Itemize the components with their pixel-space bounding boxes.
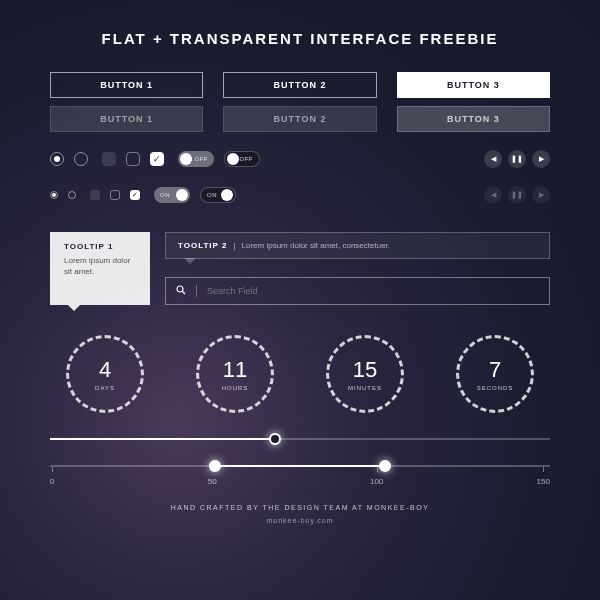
range-slider[interactable]: 0 50 100 150 bbox=[50, 465, 550, 486]
countdown-minutes: 15MINUTES bbox=[310, 335, 420, 413]
media-prev-dim-icon[interactable]: ◀ bbox=[484, 186, 502, 204]
range-thumb-high[interactable] bbox=[379, 460, 391, 472]
tooltip-dark-sep: | bbox=[233, 241, 235, 250]
button-row-secondary: BUTTON 1 BUTTON 2 BUTTON 3 bbox=[50, 106, 550, 132]
toggle-off-dark[interactable]: OFF bbox=[224, 151, 260, 167]
media-pause-dim-icon[interactable]: ❚❚ bbox=[508, 186, 526, 204]
tooltip-light-title: TOOLTIP 1 bbox=[64, 242, 136, 251]
button-2[interactable]: BUTTON 2 bbox=[223, 72, 376, 98]
checkbox-large-outlined[interactable] bbox=[126, 152, 140, 166]
checkbox-small-checked[interactable]: ✓ bbox=[130, 190, 140, 200]
range-thumb-low[interactable] bbox=[209, 460, 221, 472]
button-row-primary: BUTTON 1 BUTTON 2 BUTTON 3 bbox=[50, 72, 550, 98]
toggle-on-light[interactable]: ON bbox=[154, 187, 190, 203]
button-3[interactable]: BUTTON 3 bbox=[397, 72, 550, 98]
button-1[interactable]: BUTTON 1 bbox=[50, 72, 203, 98]
media-prev-icon[interactable]: ◀ bbox=[484, 150, 502, 168]
media-next-dim-icon[interactable]: ▶ bbox=[532, 186, 550, 204]
countdown: 4DAYS 11HOURS 15MINUTES 7SECONDS bbox=[50, 335, 550, 413]
checkbox-small-unchecked[interactable] bbox=[90, 190, 100, 200]
button-1-disabled[interactable]: BUTTON 1 bbox=[50, 106, 203, 132]
tooltip-dark: TOOLTIP 2 | Lorem ipsum dolor sit amet, … bbox=[165, 232, 550, 259]
media-next-icon[interactable]: ▶ bbox=[532, 150, 550, 168]
media-pause-icon[interactable]: ❚❚ bbox=[508, 150, 526, 168]
button-2-disabled[interactable]: BUTTON 2 bbox=[223, 106, 376, 132]
page-title: FLAT + TRANSPARENT INTERFACE FREEBIE bbox=[50, 30, 550, 47]
svg-point-0 bbox=[177, 286, 183, 292]
radio-large-checked[interactable] bbox=[50, 152, 64, 166]
countdown-days: 4DAYS bbox=[50, 335, 160, 413]
countdown-hours: 11HOURS bbox=[180, 335, 290, 413]
checkbox-large-checked[interactable]: ✓ bbox=[150, 152, 164, 166]
range-scale: 0 50 100 150 bbox=[50, 477, 550, 486]
controls-row-small: ✓ ON ON ◀ ❚❚ ▶ bbox=[50, 186, 550, 204]
tooltip-dark-body: Lorem ipsum dolor sit amet, consectetuer… bbox=[242, 241, 391, 250]
checkbox-large-unchecked[interactable] bbox=[102, 152, 116, 166]
search-divider bbox=[196, 285, 197, 297]
tooltip-light: TOOLTIP 1 Lorem ipsum dolor sit amet. bbox=[50, 232, 150, 305]
search-field[interactable] bbox=[165, 277, 550, 305]
footer-url: monkee-boy.com bbox=[50, 517, 550, 524]
toggle-off-light[interactable]: OFF bbox=[178, 151, 214, 167]
slider-thumb[interactable] bbox=[269, 433, 281, 445]
radio-small-unchecked[interactable] bbox=[68, 191, 76, 199]
button-3-disabled[interactable]: BUTTON 3 bbox=[397, 106, 550, 132]
countdown-seconds: 7SECONDS bbox=[440, 335, 550, 413]
svg-line-1 bbox=[183, 292, 186, 295]
footer-credit: HAND CRAFTED BY THE DESIGN TEAM AT MONKE… bbox=[50, 504, 550, 511]
checkbox-small-outlined[interactable] bbox=[110, 190, 120, 200]
tooltip-dark-title: TOOLTIP 2 bbox=[178, 241, 227, 250]
search-input[interactable] bbox=[207, 286, 539, 296]
radio-large-unchecked[interactable] bbox=[74, 152, 88, 166]
toggle-on-dark[interactable]: ON bbox=[200, 187, 236, 203]
tooltip-light-body: Lorem ipsum dolor sit amet. bbox=[64, 255, 136, 277]
controls-row-large: ✓ OFF OFF ◀ ❚❚ ▶ bbox=[50, 150, 550, 168]
search-icon bbox=[176, 285, 186, 297]
radio-small-checked[interactable] bbox=[50, 191, 58, 199]
single-slider[interactable] bbox=[50, 438, 550, 440]
